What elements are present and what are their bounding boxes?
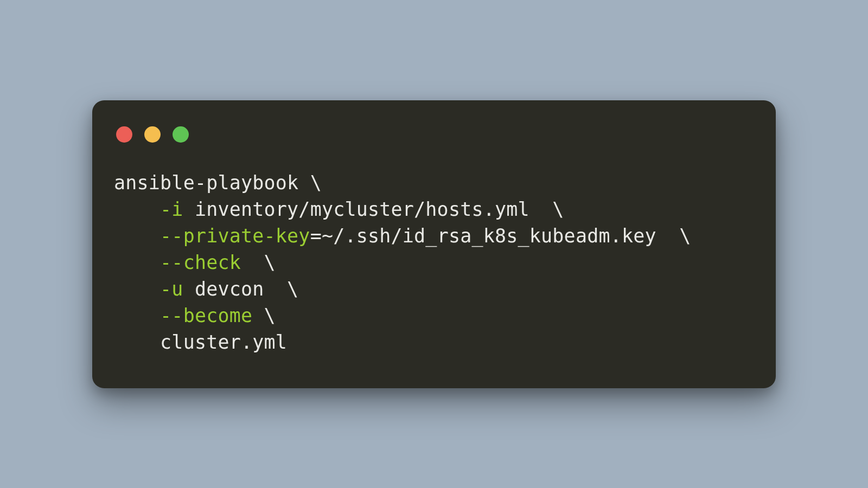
code-line-2: -i inventory/mycluster/hosts.yml \ (114, 198, 564, 220)
flag-inventory: -i (160, 198, 183, 220)
code-line-5: -u devcon \ (114, 278, 298, 300)
window-controls (116, 126, 754, 143)
code-line-4: --check \ (114, 252, 276, 273)
code-line-1: ansible-playbook \ (114, 172, 322, 194)
minimize-icon[interactable] (144, 126, 161, 143)
code-line-3: --private-key=~/.ssh/id_rsa_k8s_kubeadm.… (114, 225, 691, 247)
maximize-icon[interactable] (173, 126, 189, 143)
code-line-7: cluster.yml (114, 331, 287, 353)
flag-check: --check (160, 252, 241, 273)
flag-user: -u (160, 278, 183, 300)
code-line-6: --become \ (114, 305, 276, 326)
terminal-code: ansible-playbook \ -i inventory/mycluste… (114, 170, 754, 356)
terminal-window: ansible-playbook \ -i inventory/mycluste… (92, 100, 776, 388)
flag-private-key: --private-key (160, 225, 310, 247)
close-icon[interactable] (116, 126, 132, 143)
flag-become: --become (160, 305, 252, 326)
